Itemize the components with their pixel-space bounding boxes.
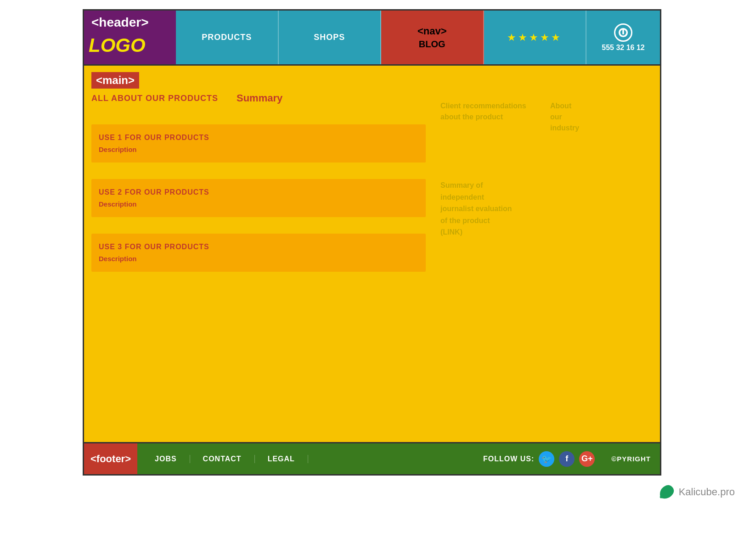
main-section: <main> ALL ABOUT OUR PRODUCTS Summary US…	[84, 66, 660, 442]
nav-item-blog[interactable]: <nav> BLOG	[381, 11, 484, 64]
header-tag: <header>	[84, 11, 176, 34]
stars: ★★★★★	[507, 32, 562, 44]
kalicube-logo-icon	[657, 483, 675, 501]
header: <header> LOGO PRODUCTS SHOPS <nav> BLOG …	[84, 11, 660, 66]
twitter-icon[interactable]: 🐦	[539, 451, 554, 467]
content-block-1-desc: Description	[99, 146, 418, 153]
nav-blog-label: BLOG	[419, 39, 445, 50]
logo[interactable]: LOGO	[89, 34, 146, 56]
content-block-3-title: USE 3 FOR OUR PRODUCTS	[99, 243, 418, 251]
right-bottom: Summary of independent journalist evalua…	[440, 179, 653, 238]
main-left: <main> ALL ABOUT OUR PRODUCTS Summary US…	[84, 66, 433, 442]
footer: <footer> JOBS CONTACT LEGAL FOLLOW US: 🐦…	[84, 442, 660, 474]
follow-us-label: FOLLOW US:	[483, 455, 534, 463]
googleplus-icon[interactable]: G+	[579, 451, 595, 467]
footer-follow: FOLLOW US: 🐦 f G+	[476, 451, 602, 467]
footer-nav-legal[interactable]: LEGAL	[255, 455, 308, 463]
nav-item-products[interactable]: PRODUCTS	[176, 11, 279, 64]
content-block-3: USE 3 FOR OUR PRODUCTS Description	[91, 234, 426, 272]
main-tag: <main>	[91, 72, 139, 89]
content-block-1-title: USE 1 FOR OUR PRODUCTS	[99, 134, 418, 142]
facebook-icon[interactable]: f	[559, 451, 575, 467]
nav-tag: <nav>	[417, 25, 447, 37]
nav-area: PRODUCTS SHOPS <nav> BLOG ★★★★★	[176, 11, 660, 64]
watermark-brand: Kalicube.pro	[679, 486, 735, 498]
right-about-industry: About our industry	[550, 101, 653, 134]
nav-item-shops[interactable]: SHOPS	[279, 11, 382, 64]
right-client-recs: Client recommendations about the product	[440, 101, 543, 134]
nav-stars[interactable]: ★★★★★	[484, 11, 587, 64]
phone-icon	[614, 23, 632, 42]
main-section-subtitle: Summary	[237, 92, 282, 104]
content-block-2-desc: Description	[99, 200, 418, 208]
copyright: ©PYRIGHT	[602, 455, 660, 463]
right-journalist-summary: Summary of independent journalist evalua…	[440, 179, 653, 238]
content-block-1: USE 1 FOR OUR PRODUCTS Description	[91, 124, 426, 162]
right-top: Client recommendations about the product…	[440, 101, 653, 134]
nav-phone[interactable]: 555 32 16 12	[586, 11, 660, 64]
footer-tag: <footer>	[84, 443, 137, 474]
watermark: Kalicube.pro	[657, 483, 735, 501]
footer-nav-jobs[interactable]: JOBS	[142, 455, 190, 463]
content-block-3-desc: Description	[99, 255, 418, 263]
main-right: Client recommendations about the product…	[433, 66, 660, 442]
footer-nav-contact[interactable]: CONTACT	[190, 455, 255, 463]
content-block-2: USE 2 FOR OUR PRODUCTS Description	[91, 179, 426, 217]
content-block-2-title: USE 2 FOR OUR PRODUCTS	[99, 188, 418, 196]
main-section-title: ALL ABOUT OUR PRODUCTS	[91, 94, 218, 103]
footer-nav: JOBS CONTACT LEGAL	[142, 455, 308, 463]
phone-number: 555 32 16 12	[602, 44, 644, 52]
